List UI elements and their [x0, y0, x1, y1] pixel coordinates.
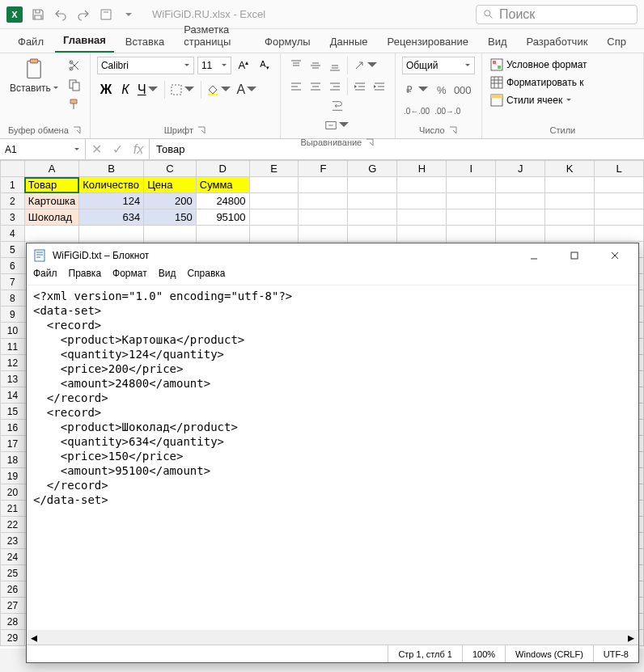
- align-top-button[interactable]: [287, 57, 305, 74]
- cell[interactable]: [496, 226, 545, 242]
- cell[interactable]: [447, 209, 496, 226]
- row-header[interactable]: 28: [1, 614, 25, 630]
- formula-input[interactable]: Товар: [150, 139, 644, 159]
- col-header[interactable]: D: [196, 161, 249, 177]
- tab-file[interactable]: Файл: [10, 31, 52, 53]
- cell[interactable]: [447, 177, 496, 193]
- cell[interactable]: [249, 177, 299, 193]
- row-header[interactable]: 23: [1, 533, 25, 549]
- name-box[interactable]: A1: [0, 139, 86, 159]
- row-header[interactable]: 6: [1, 258, 25, 274]
- format-painter-button[interactable]: [66, 95, 83, 113]
- decrease-font-button[interactable]: A▾: [256, 57, 273, 74]
- row-header[interactable]: 3: [1, 209, 25, 226]
- np-menu-format[interactable]: Формат: [112, 268, 147, 285]
- row-header[interactable]: 7: [1, 274, 25, 290]
- cell[interactable]: Цена: [144, 177, 197, 193]
- cell[interactable]: [348, 209, 397, 226]
- bold-button[interactable]: Ж: [97, 81, 115, 99]
- np-menu-help[interactable]: Справка: [187, 268, 225, 285]
- row-header[interactable]: 14: [1, 387, 25, 404]
- wrap-text-button[interactable]: [289, 97, 387, 115]
- dialog-launcher-icon[interactable]: [72, 125, 82, 135]
- merge-button[interactable]: [289, 116, 387, 134]
- copy-button[interactable]: [66, 76, 83, 94]
- save-icon[interactable]: [31, 7, 45, 22]
- notepad-content[interactable]: <?xml version="1.0" encoding="utf-8"?> <…: [27, 285, 638, 630]
- col-header[interactable]: L: [595, 161, 644, 177]
- underline-button[interactable]: Ч: [136, 81, 161, 99]
- cell[interactable]: [447, 226, 496, 242]
- cut-button[interactable]: [66, 57, 83, 74]
- font-name-dropdown[interactable]: Calibri: [97, 57, 194, 74]
- cell[interactable]: [545, 209, 595, 226]
- cell[interactable]: [545, 177, 595, 193]
- align-middle-button[interactable]: [307, 57, 324, 74]
- enter-formula-button[interactable]: ✓: [107, 142, 128, 157]
- cell[interactable]: [397, 177, 447, 193]
- cell[interactable]: Шоколад: [24, 209, 78, 226]
- cell[interactable]: [595, 226, 644, 242]
- cell[interactable]: [299, 193, 348, 209]
- cell[interactable]: 24800: [196, 193, 249, 209]
- align-right-button[interactable]: [326, 78, 344, 95]
- row-header[interactable]: 16: [1, 420, 25, 436]
- redo-icon[interactable]: [76, 7, 91, 22]
- scroll-right-icon[interactable]: ▸: [624, 630, 638, 645]
- col-header[interactable]: F: [299, 161, 348, 177]
- cell[interactable]: [144, 226, 197, 242]
- row-header[interactable]: 2: [1, 193, 25, 209]
- cell[interactable]: [348, 177, 397, 193]
- np-menu-edit[interactable]: Правка: [69, 268, 102, 285]
- cell[interactable]: Количество: [79, 177, 144, 193]
- row-header[interactable]: 17: [1, 436, 25, 452]
- cell[interactable]: [397, 193, 447, 209]
- cell[interactable]: [595, 177, 644, 193]
- col-header[interactable]: K: [545, 161, 595, 177]
- cell[interactable]: [249, 209, 299, 226]
- cell[interactable]: 634: [79, 209, 144, 226]
- scroll-left-icon[interactable]: ◂: [27, 630, 41, 645]
- col-header[interactable]: A: [24, 161, 78, 177]
- font-color-button[interactable]: А: [235, 81, 261, 99]
- maximize-button[interactable]: [557, 244, 591, 267]
- search-input[interactable]: Поиск: [476, 5, 638, 24]
- cell[interactable]: [79, 226, 144, 242]
- decrease-indent-button[interactable]: [351, 78, 369, 95]
- select-all-corner[interactable]: [1, 161, 25, 177]
- tab-home[interactable]: Главная: [55, 29, 114, 53]
- cancel-formula-button[interactable]: ✕: [86, 142, 107, 157]
- cell[interactable]: [447, 193, 496, 209]
- cell[interactable]: 200: [144, 193, 197, 209]
- row-header[interactable]: 22: [1, 517, 25, 533]
- qat-more-icon[interactable]: [99, 7, 113, 22]
- cell[interactable]: [196, 226, 249, 242]
- cell[interactable]: Картошка: [24, 193, 78, 209]
- qat-dropdown-icon[interactable]: [121, 7, 136, 22]
- tab-data[interactable]: Данные: [322, 31, 376, 53]
- cell[interactable]: [299, 226, 348, 242]
- col-header[interactable]: C: [144, 161, 197, 177]
- tab-formulas[interactable]: Формулы: [256, 31, 319, 53]
- tab-developer[interactable]: Разработчик: [519, 31, 596, 53]
- decrease-decimal-button[interactable]: .00→.0: [433, 102, 462, 120]
- cell[interactable]: [348, 226, 397, 242]
- tab-extra[interactable]: Спр: [599, 31, 634, 53]
- conditional-formatting-button[interactable]: Условное формат: [489, 57, 589, 73]
- tab-layout[interactable]: Разметка страницы: [176, 19, 253, 53]
- font-size-dropdown[interactable]: 11: [197, 57, 231, 74]
- row-header[interactable]: 15: [1, 404, 25, 420]
- increase-decimal-button[interactable]: .0←.00: [402, 102, 431, 120]
- paste-button[interactable]: Вставить: [6, 57, 62, 95]
- row-header[interactable]: 26: [1, 581, 25, 598]
- dialog-launcher-icon[interactable]: [197, 125, 206, 135]
- cell[interactable]: [496, 177, 545, 193]
- cell[interactable]: Сумма: [196, 177, 249, 193]
- increase-font-button[interactable]: A▴: [235, 57, 252, 74]
- cell[interactable]: 124: [79, 193, 144, 209]
- italic-button[interactable]: К: [117, 81, 134, 99]
- col-header[interactable]: J: [496, 161, 545, 177]
- col-header[interactable]: B: [79, 161, 144, 177]
- row-header[interactable]: 5: [1, 242, 25, 258]
- notepad-titlebar[interactable]: WiFiGiD.txt – Блокнот: [27, 243, 638, 268]
